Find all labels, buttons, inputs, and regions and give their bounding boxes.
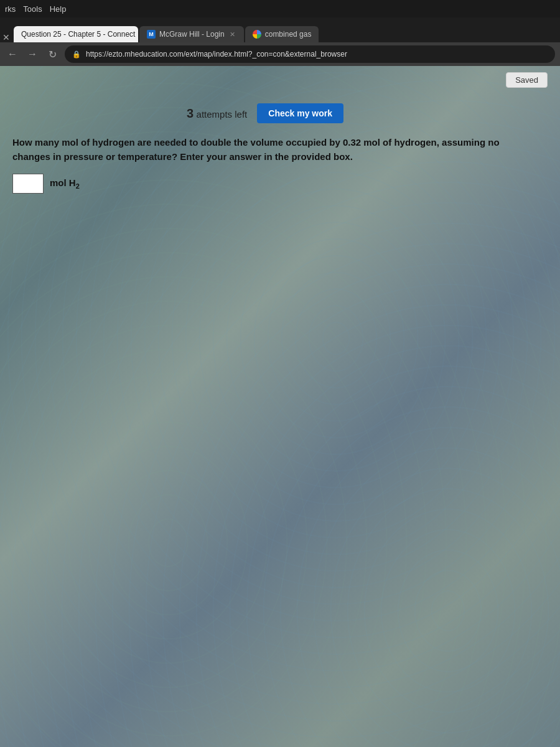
os-bar-rks: rks: [5, 4, 16, 14]
attempts-row: 3 attempts left Check my work: [187, 103, 548, 123]
subscript-2: 2: [76, 182, 80, 190]
answer-input[interactable]: [12, 174, 44, 194]
answer-row: mol H2: [12, 174, 548, 194]
forward-button[interactable]: →: [25, 49, 40, 60]
browser-chrome: ✕ Question 25 - Chapter 5 - Connect ✕ M …: [0, 17, 560, 66]
attempts-number: 3: [187, 106, 194, 120]
address-bar-row: ← → ↻ 🔒 https://ezto.mheducation.com/ext…: [0, 42, 560, 66]
unit-label: mol H2: [50, 177, 80, 190]
attempts-label: attempts left: [197, 109, 248, 120]
tab3-label: combined gas: [265, 30, 312, 39]
tab1-label: Question 25 - Chapter 5 - Connect: [21, 30, 135, 39]
question-panel: 3 attempts left Check my work How many m…: [12, 103, 548, 194]
tab2-close-icon[interactable]: ✕: [228, 31, 236, 39]
tab-mcgrawhill[interactable]: M McGraw Hill - Login ✕: [139, 26, 244, 42]
back-button[interactable]: ←: [5, 49, 20, 60]
question-text: How many mol of hydrogen are needed to d…: [12, 136, 523, 164]
address-text: https://ezto.mheducation.com/ext/map/ind…: [86, 50, 347, 59]
tab2-label: McGraw Hill - Login: [159, 30, 225, 39]
tab-combinedgas[interactable]: combined gas: [245, 26, 319, 42]
reload-button[interactable]: ↻: [45, 49, 60, 60]
tab-question25[interactable]: Question 25 - Chapter 5 - Connect ✕: [14, 26, 138, 42]
lock-icon: 🔒: [72, 50, 81, 59]
os-bar-tools[interactable]: Tools: [23, 4, 42, 14]
main-content: Saved 3 attempts left Check my work How …: [0, 66, 560, 747]
check-my-work-button[interactable]: Check my work: [257, 103, 343, 123]
close-window-button[interactable]: ✕: [2, 32, 10, 42]
saved-badge: Saved: [506, 72, 548, 88]
attempts-count: 3 attempts left: [187, 106, 247, 121]
os-bar-help[interactable]: Help: [50, 4, 67, 14]
tab3-favicon: [253, 30, 261, 39]
tab-bar: ✕ Question 25 - Chapter 5 - Connect ✕ M …: [0, 17, 560, 42]
tab2-favicon: M: [147, 30, 156, 39]
os-bar: rks Tools Help: [0, 0, 560, 17]
address-bar[interactable]: 🔒 https://ezto.mheducation.com/ext/map/i…: [65, 45, 555, 63]
